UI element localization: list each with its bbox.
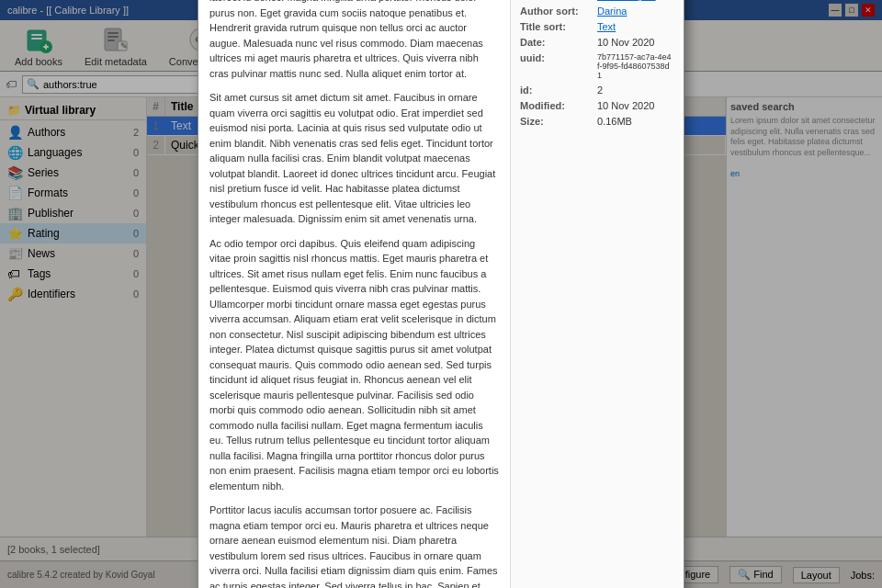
meta-size-val: 0.16MB <box>597 116 672 127</box>
meta-uuid-row: uuid: 7b771157-ac7a-4e4f-9f95-fd48607538… <box>520 52 672 80</box>
modal-metadata: Title: Text Authors: Darina Formats: PDF… <box>511 0 681 588</box>
meta-size-row: Size: 0.16MB <box>520 116 672 127</box>
meta-modified-key: Modified: <box>520 100 594 111</box>
meta-uuid-val: 7b771157-ac7a-4e4f-9f95-fd48607538d1 <box>597 52 672 80</box>
meta-author-sort-val[interactable]: Darina <box>597 6 672 17</box>
meta-id-row: id: 2 <box>520 85 672 96</box>
meta-id-val: 2 <box>597 85 672 96</box>
meta-title-sort-key: Title sort: <box>520 21 594 32</box>
meta-modified-val: 10 Nov 2020 <box>597 100 672 111</box>
meta-path-key: Path: <box>520 0 594 1</box>
meta-date-val: 10 Nov 2020 <box>597 37 672 48</box>
meta-date-row: Date: 10 Nov 2020 <box>520 37 672 48</box>
meta-author-sort-key: Author sort: <box>520 6 594 17</box>
meta-id-key: id: <box>520 85 594 96</box>
text-modal: Text ? ✕ Lorem ipsum dolor sit amet, con… <box>198 0 684 588</box>
modal-overlay: Text ? ✕ Lorem ipsum dolor sit amet, con… <box>0 0 882 588</box>
meta-uuid-key: uuid: <box>520 52 594 80</box>
meta-size-key: Size: <box>520 116 594 127</box>
meta-title-sort-val[interactable]: Text <box>597 21 672 32</box>
modal-text-content: Lorem ipsum dolor sit amet, consectetur … <box>198 0 511 588</box>
meta-path-val[interactable]: Click to open <box>597 0 672 1</box>
meta-path-row: Path: Click to open <box>520 0 672 1</box>
meta-title-sort-row: Title sort: Text <box>520 21 672 32</box>
meta-date-key: Date: <box>520 37 594 48</box>
meta-modified-row: Modified: 10 Nov 2020 <box>520 100 672 111</box>
modal-body: Lorem ipsum dolor sit amet, consectetur … <box>198 0 684 588</box>
meta-author-sort-row: Author sort: Darina <box>520 6 672 17</box>
